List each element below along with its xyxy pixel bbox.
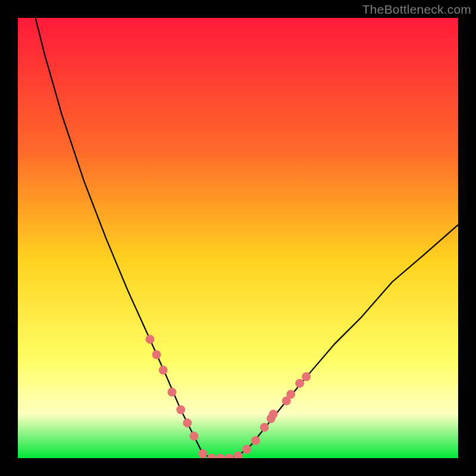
- data-marker: [260, 423, 269, 432]
- data-marker: [269, 410, 278, 419]
- data-marker: [286, 390, 295, 399]
- watermark-text: TheBottleneck.com: [362, 2, 471, 17]
- data-marker: [242, 445, 251, 454]
- data-marker: [190, 432, 199, 441]
- data-marker: [183, 418, 192, 427]
- data-marker: [146, 335, 155, 344]
- data-marker: [198, 449, 207, 458]
- data-marker: [302, 372, 311, 381]
- data-marker: [295, 379, 304, 388]
- chart-svg: [18, 18, 458, 458]
- data-marker: [251, 436, 260, 445]
- outer-frame: TheBottleneck.com: [0, 0, 476, 476]
- data-marker: [159, 366, 168, 375]
- chart-plot-area: [18, 18, 458, 458]
- gradient-background: [18, 18, 458, 458]
- data-marker: [168, 388, 177, 397]
- data-marker: [176, 405, 185, 414]
- data-marker: [152, 350, 161, 359]
